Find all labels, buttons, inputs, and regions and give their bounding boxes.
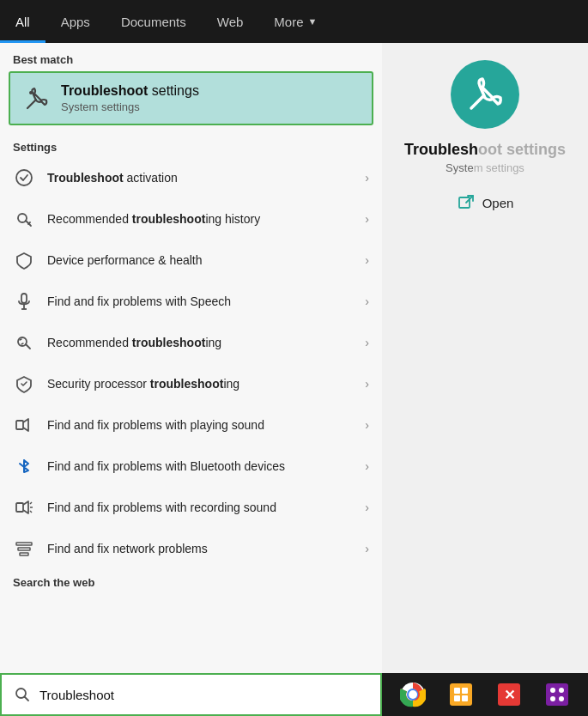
svg-line-9 [30,502,32,504]
open-icon [457,193,476,212]
nav-item-more[interactable]: More ▼ [258,0,332,43]
list-item-troubleshoot-activation[interactable]: Troubleshoot activation › [0,157,382,198]
list-item-text-network: Find and fix network problems [47,541,358,556]
svg-point-31 [550,696,555,701]
mic-icon [13,290,35,312]
svg-rect-3 [21,294,27,303]
list-item-text-recording-sound: Find and fix problems with recording sou… [47,500,358,515]
svg-rect-21 [450,683,472,706]
list-item-text-troubleshoot-activation: Troubleshoot activation [47,170,358,185]
bluetooth-icon [13,455,35,477]
search-panel: Best match Troubleshoot settings System … [0,43,382,716]
svg-point-20 [409,690,417,699]
list-item-text-recommended-history: Recommended troubleshooting history [47,211,358,227]
nav-item-all[interactable]: All [0,0,45,43]
svg-rect-17 [459,197,470,208]
search-bar[interactable] [0,673,382,716]
svg-rect-7 [16,421,23,429]
list-item-recording-sound[interactable]: Find and fix problems with recording sou… [0,487,382,528]
top-nav: All Apps Documents Web More ▼ [0,0,382,43]
svg-point-0 [29,91,33,94]
list-item-arrow-2: › [365,212,369,226]
right-panel-title: Troubleshoot settings [404,141,566,159]
right-panel-icon [451,60,519,129]
list-item-text-security-processor: Security processor troubleshooting [47,376,358,391]
svg-point-30 [559,688,564,693]
key-icon [13,208,35,230]
open-label: Open [482,196,514,210]
taskbar: ✕ [382,673,588,716]
list-item-speech[interactable]: Find and fix problems with Speech › [0,281,382,322]
nav-label-web: Web [217,15,244,29]
svg-line-16 [25,697,29,701]
svg-point-1 [16,170,32,185]
taskbar-chrome[interactable] [397,678,429,711]
svg-text:✕: ✕ [504,688,515,702]
nav-item-documents[interactable]: Documents [106,0,202,43]
taskbar-square-app[interactable] [445,678,477,711]
list-item-text-bluetooth: Find and fix problems with Bluetooth dev… [47,458,358,474]
nav-label-all: All [15,15,30,29]
svg-rect-28 [546,683,568,706]
list-item-text-device-performance: Device performance & health [47,252,358,268]
best-match-icon [23,85,51,112]
list-item-recommended-troubleshooting[interactable]: Recommended troubleshooting › [0,322,382,363]
list-item-bluetooth[interactable]: Find and fix problems with Bluetooth dev… [0,446,382,487]
svg-line-11 [30,511,32,513]
svg-rect-24 [454,695,460,701]
list-item-arrow-8: › [365,459,369,473]
security-shield-icon [13,373,35,395]
nav-label-more: More [274,15,303,29]
svg-rect-8 [16,503,23,512]
svg-rect-23 [462,688,468,694]
search-web-header: Search the web [0,569,382,592]
more-dropdown-arrow: ▼ [308,16,318,27]
nav-label-apps: Apps [61,15,90,29]
list-item-text-speech: Find and fix problems with Speech [47,294,358,309]
search-icon [12,684,33,705]
list-item-playing-sound[interactable]: Find and fix problems with playing sound… [0,404,382,446]
check-circle-icon [13,167,35,189]
list-item-arrow-4: › [365,294,369,308]
list-item-security-processor[interactable]: Security processor troubleshooting › [0,363,382,404]
list-item-text-recommended-troubleshooting: Recommended troubleshooting [47,335,358,350]
list-item-network[interactable]: Find and fix network problems › [0,528,382,569]
nav-item-web[interactable]: Web [202,0,259,43]
list-item-recommended-history[interactable]: Recommended troubleshooting history › [0,198,382,240]
svg-rect-14 [20,553,28,555]
taskbar-grid-app[interactable] [541,678,573,711]
list-item-text-playing-sound: Find and fix problems with playing sound [47,417,358,433]
list-item-arrow-1: › [365,171,369,185]
list-item-arrow-5: › [365,336,369,349]
best-match-header: Best match [0,43,382,71]
open-button[interactable]: Open [457,193,514,212]
svg-rect-13 [18,548,30,550]
list-item-arrow-9: › [365,501,369,514]
speaker-icon [13,414,35,436]
best-match-subtitle: System settings [61,100,199,113]
svg-rect-22 [454,688,460,694]
svg-rect-12 [16,543,32,545]
svg-point-32 [559,696,564,701]
nav-item-apps[interactable]: Apps [45,0,106,43]
recording-icon [13,496,35,519]
search-input[interactable] [39,688,370,702]
best-match-title-bold: Troubleshoot [61,83,148,98]
settings-section-header: Settings [0,134,382,157]
right-panel: Troubleshoot settings System settings Op… [382,43,588,673]
best-match-title-suffix: settings [148,83,199,98]
list-item-arrow-3: › [365,253,369,267]
settings-search-icon [13,331,35,354]
best-match-text: Troubleshoot settings System settings [61,83,199,113]
list-item-arrow-6: › [365,377,369,391]
svg-point-29 [550,688,555,693]
best-match-title: Troubleshoot settings [61,83,199,99]
list-item-arrow-10: › [365,542,369,555]
shield-icon [13,249,35,271]
svg-rect-25 [462,695,468,701]
taskbar-user-app[interactable]: ✕ [493,678,525,711]
right-panel-subtitle: System settings [446,161,524,174]
best-match-item[interactable]: Troubleshoot settings System settings [9,71,373,125]
network-icon [13,537,35,560]
list-item-device-performance[interactable]: Device performance & health › [0,240,382,281]
